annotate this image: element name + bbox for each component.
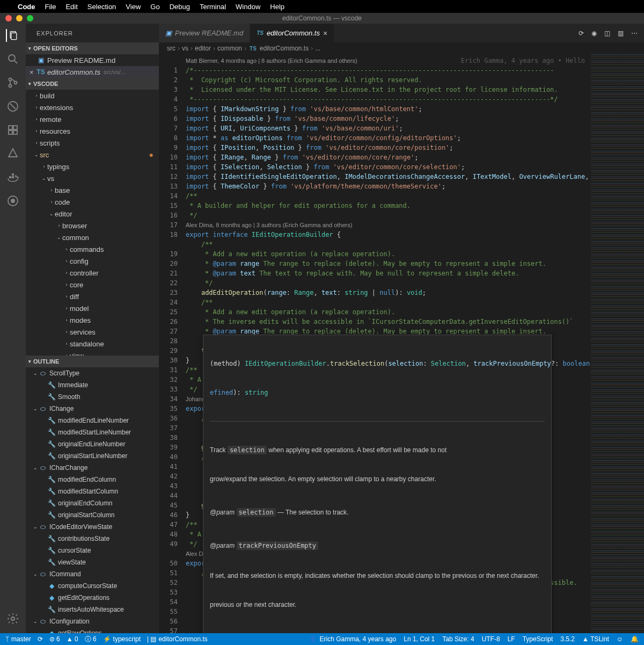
folder-item[interactable]: ›core xyxy=(26,279,159,291)
menu-terminal[interactable]: Terminal xyxy=(200,3,226,11)
status-file[interactable]: | ▤ editorCommon.ts xyxy=(147,635,208,643)
problems-warnings[interactable]: ▲ 0 xyxy=(67,635,78,643)
outline-item[interactable]: 🔧Immediate xyxy=(26,379,159,391)
problems-errors[interactable]: ⊘ 6 xyxy=(49,635,60,643)
zoom-window-icon[interactable] xyxy=(27,15,33,21)
outline-item[interactable]: 🔧originalStartColumn xyxy=(26,509,159,521)
crumb[interactable]: editor xyxy=(195,45,211,52)
folder-item[interactable]: ›scripts xyxy=(26,137,159,149)
folder-item[interactable]: ›services xyxy=(26,326,159,338)
folder-item[interactable]: ›standalone xyxy=(26,338,159,350)
folder-item[interactable]: ⌄vs xyxy=(26,172,159,184)
crumb[interactable]: src xyxy=(167,45,175,52)
eol[interactable]: LF xyxy=(508,635,515,643)
outline-item[interactable]: ◆computeCursorState xyxy=(26,580,159,592)
section-open-editors[interactable]: ▾ OPEN EDITORS xyxy=(26,42,159,54)
folder-item[interactable]: ›modes xyxy=(26,314,159,326)
folder-item[interactable]: ›commands xyxy=(26,243,159,255)
folder-item[interactable]: ›remote xyxy=(26,113,159,125)
menu-code[interactable]: Code xyxy=(18,3,35,11)
folder-item[interactable]: ›browser xyxy=(26,220,159,231)
cursor-position[interactable]: Ln 1, Col 1 xyxy=(404,635,435,643)
ts-version[interactable]: 3.5.2 xyxy=(560,635,575,643)
tab-preview-readme[interactable]: ▣ Preview README.md xyxy=(159,24,250,42)
folder-item[interactable]: ›code xyxy=(26,196,159,208)
split-editor-icon[interactable]: ◫ xyxy=(604,30,610,37)
section-vscode[interactable]: ▾ VSCODE xyxy=(26,78,159,90)
problems-info[interactable]: ⓘ 6 xyxy=(85,635,97,644)
folder-item[interactable]: ⌄common xyxy=(26,231,159,243)
open-changes-icon[interactable]: ◉ xyxy=(591,30,597,37)
outline-item[interactable]: 🔧originalEndLineNumber xyxy=(26,438,159,450)
outline-item[interactable]: 🔧cursorState xyxy=(26,545,159,556)
sync-icon[interactable]: ⟳ xyxy=(38,635,43,643)
open-editor-item[interactable]: ▣ Preview README.md xyxy=(26,54,159,66)
menu-selection[interactable]: Selection xyxy=(87,3,116,11)
folder-item[interactable]: ⌄src● xyxy=(26,149,159,161)
folder-item[interactable]: ›model xyxy=(26,302,159,314)
editor-body[interactable]: 1234567891011121314151617181920212223242… xyxy=(159,54,644,633)
outline-item[interactable]: ⌄⬭ScrollType xyxy=(26,367,159,379)
scm-icon[interactable] xyxy=(6,76,19,89)
folder-item[interactable]: ›diff xyxy=(26,291,159,302)
outline-item[interactable]: 🔧viewState xyxy=(26,556,159,568)
close-icon[interactable]: × xyxy=(30,68,34,76)
outline-item[interactable]: 🔧modifiedEndColumn xyxy=(26,474,159,485)
menu-help[interactable]: Help xyxy=(270,3,284,11)
debug-icon[interactable] xyxy=(6,100,19,113)
language-mode[interactable]: TypeScript xyxy=(523,635,553,643)
crumb[interactable]: vs xyxy=(182,45,188,52)
outline-item[interactable]: 🔧modifiedStartLineNumber xyxy=(26,426,159,438)
outline-item[interactable]: ⌄⬭ICodeEditorViewState xyxy=(26,521,159,533)
azure-icon[interactable] xyxy=(6,147,19,160)
folder-item[interactable]: ⌄editor xyxy=(26,208,159,220)
folder-item[interactable]: ›controller xyxy=(26,267,159,279)
menu-file[interactable]: File xyxy=(45,3,56,11)
folder-item[interactable]: ›base xyxy=(26,184,159,196)
codelens[interactable]: Alex Dima, 8 months ago | 3 authors (Eri… xyxy=(186,220,590,230)
crumb[interactable]: common xyxy=(217,45,242,52)
search-icon[interactable] xyxy=(6,53,19,66)
folder-item[interactable]: ›build xyxy=(26,90,159,102)
docker-icon[interactable] xyxy=(6,171,19,184)
folder-item[interactable]: ›typings xyxy=(26,161,159,172)
outline-item[interactable]: 🔧modifiedEndLineNumber xyxy=(26,415,159,426)
outline-item[interactable]: 🔧Smooth xyxy=(26,391,159,403)
remote-icon[interactable] xyxy=(6,194,19,207)
outline-item[interactable]: ◆getEditOperations xyxy=(26,592,159,604)
breadcrumb[interactable]: src› vs› editor› common› TS editorCommon… xyxy=(159,42,644,54)
outline-item[interactable]: ◆getRawOptions xyxy=(26,627,159,633)
menu-view[interactable]: View xyxy=(126,3,141,11)
menu-edit[interactable]: Edit xyxy=(65,3,77,11)
crumb[interactable]: ... xyxy=(315,45,320,52)
indentation[interactable]: Tab Size: 4 xyxy=(442,635,474,643)
outline-item[interactable]: ⌄⬭ICommand xyxy=(26,568,159,580)
tab-editorcommon[interactable]: TS editorCommon.ts × xyxy=(250,24,334,42)
menu-go[interactable]: Go xyxy=(150,3,159,11)
compare-changes-icon[interactable]: ⟳ xyxy=(579,30,584,37)
tslint-status[interactable]: ▲ TSLint xyxy=(582,635,609,643)
git-blame-status[interactable]: 👤 Erich Gamma, 4 years ago xyxy=(309,635,396,643)
folder-item[interactable]: ›config xyxy=(26,255,159,267)
extensions-icon[interactable] xyxy=(6,124,19,136)
menu-debug[interactable]: Debug xyxy=(170,3,190,11)
code-content[interactable]: Matt Bierner, 4 months ago | 8 authors (… xyxy=(186,54,590,633)
folder-item[interactable]: ›extensions xyxy=(26,102,159,113)
layout-icon[interactable]: ▥ xyxy=(618,30,624,37)
feedback-icon[interactable]: ☺ xyxy=(617,635,623,643)
encoding[interactable]: UTF-8 xyxy=(482,635,500,643)
outline-item[interactable]: ⌄⬭IConfiguration xyxy=(26,615,159,627)
minimap[interactable] xyxy=(590,54,644,633)
explorer-icon[interactable] xyxy=(6,29,19,42)
folder-item[interactable]: ›resources xyxy=(26,125,159,137)
crumb[interactable]: editorCommon.ts xyxy=(260,45,309,52)
outline-item[interactable]: 🔧insertsAutoWhitespace xyxy=(26,604,159,615)
task-runner[interactable]: ⚡ typescript xyxy=(103,635,141,643)
section-outline[interactable]: ▾ OUTLINE xyxy=(26,356,159,367)
minimize-window-icon[interactable] xyxy=(16,15,23,21)
menu-window[interactable]: Window xyxy=(236,3,260,11)
folder-item[interactable]: ›view xyxy=(26,350,159,356)
outline-item[interactable]: ⌄⬭IChange xyxy=(26,403,159,415)
open-editor-item[interactable]: × TS editorCommon.ts src/vs/... xyxy=(26,66,159,78)
outline-item[interactable]: 🔧modifiedStartColumn xyxy=(26,485,159,497)
